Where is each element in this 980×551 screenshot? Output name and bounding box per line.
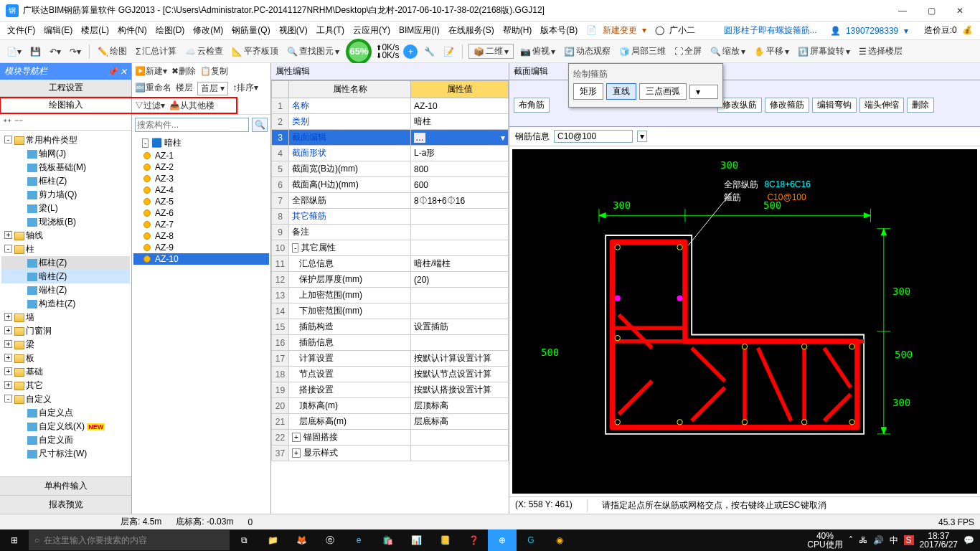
local3d-button[interactable]: 🧊局部三维 [617,45,668,57]
floor-select[interactable]: 首层 ▾ [197,82,228,95]
section-canvas[interactable]: 300 500 300 300 500 300 500 全部纵筋 8C18+6C… [512,149,977,494]
rename-component-button[interactable]: 🔤重命名 [135,82,171,95]
bird-view-button[interactable]: 📷俯视 ▾ [518,45,557,57]
shape-line-button[interactable]: 直线 [606,83,636,100]
menu-view[interactable]: 视图(V) [276,23,311,38]
tray-net-icon[interactable]: 🖧 [859,535,867,545]
screen-rotate-button[interactable]: 🔃屏幕旋转 ▾ [796,45,852,57]
shape-rect-button[interactable]: 矩形 [573,83,603,100]
menu-edit[interactable]: 编辑(E) [41,23,75,38]
menu-version[interactable]: 版本号(B) [537,23,580,38]
menu-tool[interactable]: 工具(T) [314,23,347,38]
draw-input-tab[interactable]: 绘图输入 [0,97,131,114]
note-button[interactable]: 📝 [441,47,456,57]
save-button[interactable]: 💾 [28,47,43,57]
single-comp-button[interactable]: 单构件输入 [0,476,131,495]
tree-item[interactable]: +轴线 [1,229,130,242]
search-button[interactable]: 🔍 [252,118,268,132]
tab-delete[interactable]: 删除 [907,98,934,113]
draw-button[interactable]: ✏️绘图 [95,45,129,57]
tree-item[interactable]: 暗柱(Z) [1,270,130,283]
prop-row[interactable]: 14 下加密范围(mm) [272,303,509,319]
tree-item[interactable]: +其它 [1,379,130,392]
tools-button[interactable]: 🔧 [422,47,437,57]
prop-row[interactable]: 5截面宽(B边)(mm)800 [272,161,509,177]
tree-item[interactable]: +梁 [1,338,130,352]
prop-row[interactable]: 9备注 [272,225,509,240]
tree-item[interactable]: -柱 [1,242,130,256]
tray-up-icon[interactable]: ˄ [849,535,853,545]
tree-item[interactable]: 端柱(Z) [1,283,130,297]
tree-item[interactable]: 现浇板(B) [1,215,130,229]
shape-arc-button[interactable]: 三点画弧 [639,83,687,100]
menu-online[interactable]: 在线服务(S) [446,23,497,38]
prop-row[interactable]: 4截面形状L-a形 [272,146,509,161]
tree-item[interactable]: -常用构件类型 [1,133,130,147]
comp-item[interactable]: AZ-1 [133,150,269,161]
menu-help[interactable]: 帮助(H) [500,23,535,38]
prop-row[interactable]: 18 节点设置按默认节点设置计算 [272,367,509,382]
prop-row[interactable]: 6截面高(H边)(mm)600 [272,177,509,193]
maximize-button[interactable]: ▢ [917,1,946,21]
prop-row[interactable]: 11 汇总信息暗柱/端柱 [272,256,509,272]
pin-icon[interactable]: 📌 ✕ [107,67,127,77]
prop-row[interactable]: 21 层底标高(m)层底标高 [272,414,509,430]
fullscreen-button[interactable]: ⛶全屏 [672,45,704,57]
comp-item[interactable]: AZ-5 [133,196,269,207]
tab-end-ext[interactable]: 端头伸缩 [859,98,904,113]
tb-app6[interactable]: 📊 [402,529,430,551]
menu-cloud[interactable]: 云应用(Y) [350,23,393,38]
tb-app7[interactable]: 📒 [430,529,459,551]
user-alt[interactable]: ◯ 广小二 [652,23,701,38]
comp-item[interactable]: AZ-10 [133,253,269,265]
menu-rebar[interactable]: 钢筋量(Q) [229,23,273,38]
new-file-button[interactable]: 📄▾ [4,47,24,57]
prop-row[interactable]: 13 上加密范围(mm) [272,288,509,303]
project-settings-tab[interactable]: 工程设置 [0,80,131,97]
tray-notif-icon[interactable]: 💬 [963,535,974,545]
tree-item[interactable]: 筏板基础(M) [1,161,130,174]
tree-item[interactable]: 自定义线(X) NEW [1,420,130,433]
tree-item[interactable]: 自定义面 [1,433,130,447]
start-button[interactable]: ⊞ [0,529,29,551]
undo-button[interactable]: ↶▾ [47,47,63,57]
shape-color-button[interactable]: ▾ [689,85,718,99]
tb-app5[interactable]: 🛍️ [373,529,402,551]
menu-draw[interactable]: 绘图(D) [153,23,188,38]
rebar-info-dropdown[interactable]: ▾ [637,131,647,142]
comp-item[interactable]: AZ-2 [133,161,269,173]
prop-row[interactable]: 2类别暗柱 [272,114,509,130]
prop-row[interactable]: 37+显示样式 [272,446,509,461]
from-other-button[interactable]: 📥从其他楼 [169,100,215,112]
tab-mod-long[interactable]: 修改纵筋 [717,98,762,113]
find-img-button[interactable]: 🔍查找图元 ▾ [285,45,341,57]
tray-ime2-icon[interactable]: S [904,535,914,545]
tray-ime-icon[interactable]: 中 [890,534,898,547]
prop-row[interactable]: 16 插筋信息 [272,335,509,351]
comp-item[interactable]: AZ-4 [133,184,269,196]
prop-row[interactable]: 7全部纵筋8⏀18+6⏀16 [272,193,509,209]
tb-app3[interactable]: ⓔ [316,529,344,551]
tree-item[interactable]: +板 [1,352,130,365]
tree-item[interactable]: 框柱(Z) [1,174,130,188]
tb-app10[interactable]: G [517,529,545,551]
tab-corner[interactable]: 布角筋 [514,98,550,113]
flatten-button[interactable]: 📐平齐板顶 [230,45,281,57]
copy-component-button[interactable]: 📋复制 [200,65,228,77]
comp-item[interactable]: AZ-8 [133,230,269,242]
tb-app9[interactable]: ⊕ [488,529,517,551]
close-button[interactable]: ✕ [946,1,974,21]
menu-bim[interactable]: BIM应用(I) [396,23,443,38]
property-grid[interactable]: 属性名称属性值 1名称AZ-102类别暗柱3截面编辑… ▾4截面形状L-a形5截… [271,80,509,461]
nav-collapse-button[interactable]: ⁻⁻ [14,117,23,127]
tb-app11[interactable]: ◉ [545,529,574,551]
tb-app4[interactable]: e [344,529,373,551]
cloud-check-button[interactable]: ☁️云检查 [183,45,225,57]
new-change-btn[interactable]: 📄 新建变更 ▾ [583,23,649,38]
tree-item[interactable]: +门窗洞 [1,324,130,338]
nav-expand-button[interactable]: ⁺⁺ [3,117,11,127]
tab-mod-stirrup[interactable]: 修改箍筋 [765,98,809,113]
tb-app1[interactable]: 📁 [258,529,287,551]
task-view-button[interactable]: ⧉ [230,529,258,551]
tree-item[interactable]: 框柱(Z) [1,256,130,270]
